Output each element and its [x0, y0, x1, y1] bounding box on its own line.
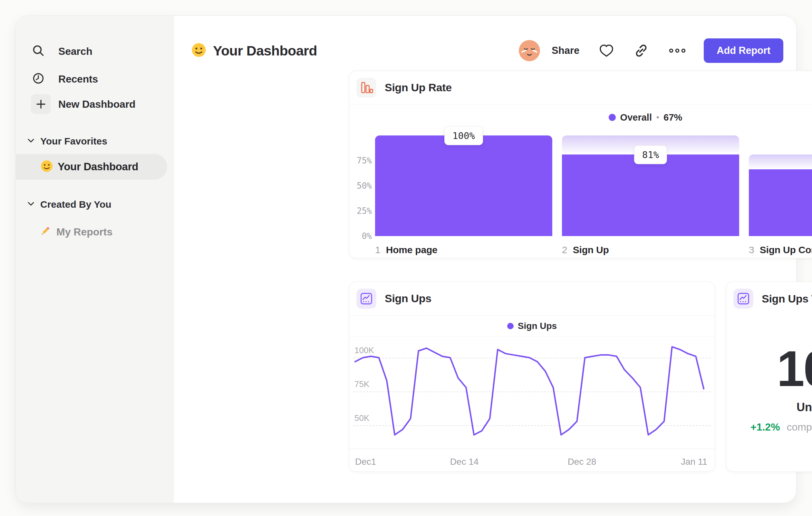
sign-ups-card: Sign Ups Sign Ups 100K 75K 50K Dec1 Dec …	[349, 281, 715, 472]
step-name: Home page	[386, 244, 438, 255]
legend-separator: •	[656, 113, 659, 122]
gridline	[353, 425, 711, 426]
step-number: 1	[375, 244, 381, 255]
sidebar-section-label: Created By You	[40, 199, 112, 210]
line-y-tick: 75K	[354, 379, 369, 389]
share-button[interactable]: Share	[552, 45, 579, 56]
funnel-step-label: 1 Home page	[375, 244, 438, 255]
sidebar-item-label: My Reports	[56, 226, 112, 238]
step-name: Sign Up Confirmation	[760, 244, 812, 255]
line-chart-icon	[733, 289, 753, 309]
funnel-value-badge: 81%	[634, 145, 667, 164]
card-title: Sign Ups	[385, 292, 431, 305]
kpi-delta-caption: compared to previous period	[787, 421, 812, 433]
main-area: Your Dashboard Share Add Report	[174, 16, 796, 503]
funnel-y-tick: 50%	[352, 181, 372, 191]
dashboard-header: Your Dashboard Share Add Report	[191, 33, 783, 69]
plus-icon	[31, 94, 51, 114]
favorite-heart-icon[interactable]	[599, 44, 614, 58]
sidebar-item-my-reports[interactable]: My Reports	[39, 222, 112, 242]
card-title: Sign Ups Today	[762, 293, 812, 305]
funnel-bar[interactable]	[562, 155, 739, 236]
card-header: Sign Ups	[349, 282, 715, 316]
funnel-y-tick: 25%	[352, 206, 372, 216]
smiley-emoji-icon	[40, 160, 53, 174]
add-report-button[interactable]: Add Report	[704, 38, 783, 63]
funnel-dropoff-area	[749, 155, 812, 169]
sidebar-section-label: Your Favorites	[40, 136, 107, 147]
sidebar-item-search[interactable]: Search	[31, 41, 92, 62]
line-x-tick: Dec 14	[450, 457, 479, 467]
line-chart-icon	[356, 289, 376, 309]
funnel-column-sign-up: 81%	[562, 135, 739, 236]
line-legend: Sign Ups	[349, 316, 715, 337]
page-title-group: Your Dashboard	[191, 42, 317, 59]
chevron-down-icon	[27, 138, 34, 144]
line-x-tick: Jan 11	[681, 457, 707, 467]
gridline	[353, 358, 711, 358]
sidebar-item-recents[interactable]: Recents	[31, 69, 98, 89]
sign-up-rate-card: Sign Up Rate Overall • 67% 75% 50% 25% 0…	[349, 71, 812, 258]
search-icon	[31, 44, 46, 59]
sidebar-item-label: Search	[58, 46, 92, 57]
sidebar-section-created-by-you[interactable]: Created By You	[27, 199, 112, 210]
legend-dot-icon	[507, 323, 514, 329]
copy-link-icon[interactable]	[634, 43, 649, 58]
step-number: 2	[562, 244, 568, 255]
funnel-y-tick: 75%	[352, 156, 372, 165]
chevron-down-icon	[27, 201, 34, 207]
sidebar-item-label: Recents	[58, 73, 98, 85]
kpi-delta-value: +1.2%	[750, 421, 780, 433]
page-title: Your Dashboard	[213, 43, 317, 59]
legend-series-name: Sign Ups	[518, 321, 557, 331]
smiley-emoji-icon	[191, 42, 207, 59]
funnel-value-badge: 100%	[444, 127, 483, 145]
line-x-tick: Dec 28	[568, 457, 597, 467]
card-header: Sign Ups Today	[726, 282, 812, 316]
sidebar-item-label: New Dashboard	[58, 98, 135, 110]
avatar[interactable]	[519, 40, 540, 61]
funnel-bar[interactable]	[375, 135, 552, 236]
funnel-y-tick: 0%	[352, 231, 372, 241]
funnel-column-home-page: 100%	[375, 135, 552, 236]
kpi-value: 100K	[726, 344, 812, 394]
sidebar-section-your-favorites[interactable]: Your Favorites	[27, 136, 107, 147]
more-options-ellipsis-icon[interactable]	[668, 48, 686, 54]
step-number: 3	[749, 244, 754, 255]
card-title: Sign Up Rate	[385, 81, 452, 94]
legend-series-name: Overall	[620, 112, 652, 123]
kpi-delta-row: +1.2% compared to previous period	[726, 421, 812, 433]
kpi-metric-label: Unique Users	[726, 401, 812, 414]
line-y-tick: 50K	[354, 413, 369, 423]
funnel-column-sign-up-confirmation: 82%	[749, 135, 812, 236]
funnel-plot: 100% 81% 82%	[375, 135, 812, 236]
funnel-bar[interactable]	[749, 169, 812, 236]
sidebar-item-label: Your Dashboard	[58, 161, 138, 173]
legend-series-value: 67%	[663, 112, 682, 123]
sidebar-item-your-dashboard[interactable]: Your Dashboard	[16, 154, 167, 180]
legend-dot-icon	[609, 114, 616, 121]
pencil-emoji-icon	[39, 225, 51, 239]
line-y-tick: 100K	[354, 345, 374, 355]
sidebar: Search Recents New Dashboard Your Favori…	[16, 16, 174, 503]
sign-ups-today-card: Sign Ups Today 100K Unique Users +1.2% c…	[726, 281, 812, 472]
bar-chart-icon	[356, 78, 376, 98]
app-window: Search Recents New Dashboard Your Favori…	[16, 16, 796, 503]
funnel-step-label: 3 Sign Up Confirmation	[749, 244, 812, 255]
card-header: Sign Up Rate	[349, 71, 812, 105]
sidebar-item-new-dashboard[interactable]: New Dashboard	[31, 94, 135, 114]
gridline	[353, 391, 711, 392]
funnel-step-label: 2 Sign Up	[562, 244, 609, 255]
line-x-tick: Dec1	[355, 457, 376, 467]
x-axis-line	[349, 448, 715, 449]
funnel-step-labels: 1 Home page 2 Sign Up 3 Sign Up Confirma…	[375, 244, 812, 259]
step-name: Sign Up	[573, 244, 609, 255]
clock-icon	[31, 71, 46, 87]
funnel-legend: Overall • 67%	[349, 105, 812, 130]
